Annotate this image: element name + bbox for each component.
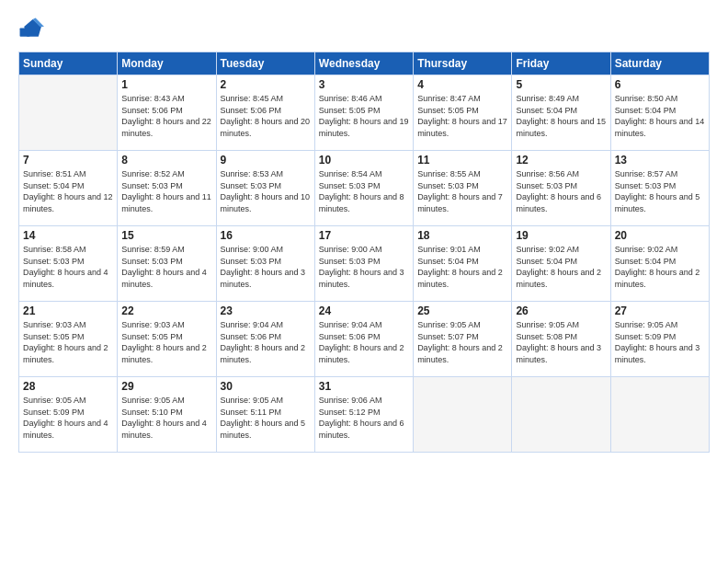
week-row-1: 1Sunrise: 8:43 AMSunset: 5:06 PMDaylight… bbox=[19, 75, 710, 151]
calendar-cell: 29Sunrise: 9:05 AMSunset: 5:10 PMDayligh… bbox=[118, 377, 216, 453]
day-info: Sunrise: 9:02 AMSunset: 5:04 PMDaylight:… bbox=[516, 244, 606, 290]
weekday-header-wednesday: Wednesday bbox=[314, 52, 413, 75]
calendar: SundayMondayTuesdayWednesdayThursdayFrid… bbox=[18, 52, 710, 453]
day-number: 9 bbox=[221, 154, 311, 167]
day-number: 26 bbox=[516, 304, 606, 317]
day-info: Sunrise: 8:58 AMSunset: 5:03 PMDaylight:… bbox=[23, 244, 113, 290]
calendar-cell: 25Sunrise: 9:05 AMSunset: 5:07 PMDayligh… bbox=[414, 302, 512, 377]
day-info: Sunrise: 9:05 AMSunset: 5:08 PMDaylight:… bbox=[516, 319, 606, 365]
calendar-cell: 11Sunrise: 8:55 AMSunset: 5:03 PMDayligh… bbox=[414, 151, 512, 226]
week-row-2: 7Sunrise: 8:51 AMSunset: 5:04 PMDaylight… bbox=[19, 151, 710, 226]
day-info: Sunrise: 9:05 AMSunset: 5:07 PMDaylight:… bbox=[417, 319, 507, 365]
day-number: 23 bbox=[221, 304, 311, 317]
day-number: 22 bbox=[121, 304, 211, 317]
calendar-cell bbox=[610, 377, 709, 453]
calendar-cell: 2Sunrise: 8:45 AMSunset: 5:06 PMDaylight… bbox=[216, 75, 314, 151]
day-number: 5 bbox=[516, 78, 606, 91]
weekday-header-friday: Friday bbox=[512, 52, 610, 75]
calendar-cell: 17Sunrise: 9:00 AMSunset: 5:03 PMDayligh… bbox=[314, 226, 413, 302]
day-number: 27 bbox=[615, 304, 705, 317]
calendar-cell: 16Sunrise: 9:00 AMSunset: 5:03 PMDayligh… bbox=[216, 226, 314, 302]
day-info: Sunrise: 9:04 AMSunset: 5:06 PMDaylight:… bbox=[319, 319, 409, 365]
day-number: 18 bbox=[417, 229, 507, 242]
day-number: 13 bbox=[615, 154, 705, 167]
calendar-cell: 14Sunrise: 8:58 AMSunset: 5:03 PMDayligh… bbox=[19, 226, 118, 302]
calendar-cell: 6Sunrise: 8:50 AMSunset: 5:04 PMDaylight… bbox=[610, 75, 709, 151]
weekday-header-tuesday: Tuesday bbox=[216, 52, 314, 75]
day-number: 24 bbox=[319, 304, 409, 317]
day-info: Sunrise: 8:51 AMSunset: 5:04 PMDaylight:… bbox=[23, 168, 113, 214]
day-number: 10 bbox=[319, 154, 409, 167]
calendar-cell: 21Sunrise: 9:03 AMSunset: 5:05 PMDayligh… bbox=[19, 302, 118, 377]
day-number: 12 bbox=[516, 154, 606, 167]
week-row-5: 28Sunrise: 9:05 AMSunset: 5:09 PMDayligh… bbox=[19, 377, 710, 453]
day-number: 29 bbox=[121, 380, 211, 393]
day-info: Sunrise: 8:57 AMSunset: 5:03 PMDaylight:… bbox=[615, 168, 705, 214]
day-number: 30 bbox=[221, 380, 311, 393]
day-info: Sunrise: 9:03 AMSunset: 5:05 PMDaylight:… bbox=[121, 319, 211, 365]
day-info: Sunrise: 8:47 AMSunset: 5:05 PMDaylight:… bbox=[417, 93, 507, 139]
weekday-header-saturday: Saturday bbox=[610, 52, 709, 75]
day-info: Sunrise: 9:00 AMSunset: 5:03 PMDaylight:… bbox=[221, 244, 311, 290]
calendar-cell: 19Sunrise: 9:02 AMSunset: 5:04 PMDayligh… bbox=[512, 226, 610, 302]
day-info: Sunrise: 9:06 AMSunset: 5:12 PMDaylight:… bbox=[319, 395, 409, 441]
day-number: 25 bbox=[417, 304, 507, 317]
day-number: 19 bbox=[516, 229, 606, 242]
day-number: 21 bbox=[23, 304, 113, 317]
day-number: 3 bbox=[319, 78, 409, 91]
day-number: 1 bbox=[121, 78, 211, 91]
day-number: 16 bbox=[221, 229, 311, 242]
day-number: 2 bbox=[221, 78, 311, 91]
calendar-cell: 1Sunrise: 8:43 AMSunset: 5:06 PMDaylight… bbox=[118, 75, 216, 151]
day-info: Sunrise: 8:59 AMSunset: 5:03 PMDaylight:… bbox=[121, 244, 211, 290]
calendar-cell: 18Sunrise: 9:01 AMSunset: 5:04 PMDayligh… bbox=[414, 226, 512, 302]
day-info: Sunrise: 8:56 AMSunset: 5:03 PMDaylight:… bbox=[516, 168, 606, 214]
logo bbox=[18, 17, 48, 42]
day-info: Sunrise: 9:01 AMSunset: 5:04 PMDaylight:… bbox=[417, 244, 507, 290]
day-info: Sunrise: 9:04 AMSunset: 5:06 PMDaylight:… bbox=[221, 319, 311, 365]
week-row-3: 14Sunrise: 8:58 AMSunset: 5:03 PMDayligh… bbox=[19, 226, 710, 302]
calendar-cell: 30Sunrise: 9:05 AMSunset: 5:11 PMDayligh… bbox=[216, 377, 314, 453]
day-number: 28 bbox=[23, 380, 113, 393]
day-info: Sunrise: 8:53 AMSunset: 5:03 PMDaylight:… bbox=[221, 168, 311, 214]
day-number: 4 bbox=[417, 78, 507, 91]
weekday-header-row: SundayMondayTuesdayWednesdayThursdayFrid… bbox=[19, 52, 710, 75]
day-info: Sunrise: 8:50 AMSunset: 5:04 PMDaylight:… bbox=[615, 93, 705, 139]
day-number: 11 bbox=[417, 154, 507, 167]
day-number: 31 bbox=[319, 380, 409, 393]
day-info: Sunrise: 9:05 AMSunset: 5:11 PMDaylight:… bbox=[221, 395, 311, 441]
day-info: Sunrise: 8:43 AMSunset: 5:06 PMDaylight:… bbox=[121, 93, 211, 139]
day-info: Sunrise: 8:46 AMSunset: 5:05 PMDaylight:… bbox=[319, 93, 409, 139]
day-info: Sunrise: 9:05 AMSunset: 5:10 PMDaylight:… bbox=[121, 395, 211, 441]
calendar-cell: 12Sunrise: 8:56 AMSunset: 5:03 PMDayligh… bbox=[512, 151, 610, 226]
day-number: 15 bbox=[121, 229, 211, 242]
day-number: 14 bbox=[23, 229, 113, 242]
day-info: Sunrise: 8:49 AMSunset: 5:04 PMDaylight:… bbox=[516, 93, 606, 139]
logo-icon bbox=[18, 17, 44, 42]
calendar-cell: 31Sunrise: 9:06 AMSunset: 5:12 PMDayligh… bbox=[314, 377, 413, 453]
calendar-cell: 5Sunrise: 8:49 AMSunset: 5:04 PMDaylight… bbox=[512, 75, 610, 151]
day-number: 7 bbox=[23, 154, 113, 167]
calendar-cell: 23Sunrise: 9:04 AMSunset: 5:06 PMDayligh… bbox=[216, 302, 314, 377]
day-number: 8 bbox=[121, 154, 211, 167]
day-info: Sunrise: 8:54 AMSunset: 5:03 PMDaylight:… bbox=[319, 168, 409, 214]
weekday-header-sunday: Sunday bbox=[19, 52, 118, 75]
weekday-header-monday: Monday bbox=[118, 52, 216, 75]
day-number: 20 bbox=[615, 229, 705, 242]
calendar-cell: 13Sunrise: 8:57 AMSunset: 5:03 PMDayligh… bbox=[610, 151, 709, 226]
day-info: Sunrise: 8:55 AMSunset: 5:03 PMDaylight:… bbox=[417, 168, 507, 214]
calendar-cell: 10Sunrise: 8:54 AMSunset: 5:03 PMDayligh… bbox=[314, 151, 413, 226]
day-number: 6 bbox=[615, 78, 705, 91]
calendar-cell: 27Sunrise: 9:05 AMSunset: 5:09 PMDayligh… bbox=[610, 302, 709, 377]
calendar-cell: 15Sunrise: 8:59 AMSunset: 5:03 PMDayligh… bbox=[118, 226, 216, 302]
svg-rect-2 bbox=[20, 28, 30, 36]
calendar-cell bbox=[19, 75, 118, 151]
day-info: Sunrise: 8:52 AMSunset: 5:03 PMDaylight:… bbox=[121, 168, 211, 214]
day-info: Sunrise: 9:03 AMSunset: 5:05 PMDaylight:… bbox=[23, 319, 113, 365]
day-info: Sunrise: 8:45 AMSunset: 5:06 PMDaylight:… bbox=[221, 93, 311, 139]
day-info: Sunrise: 9:02 AMSunset: 5:04 PMDaylight:… bbox=[615, 244, 705, 290]
calendar-cell bbox=[512, 377, 610, 453]
calendar-cell: 22Sunrise: 9:03 AMSunset: 5:05 PMDayligh… bbox=[118, 302, 216, 377]
day-info: Sunrise: 9:05 AMSunset: 5:09 PMDaylight:… bbox=[615, 319, 705, 365]
weekday-header-thursday: Thursday bbox=[414, 52, 512, 75]
